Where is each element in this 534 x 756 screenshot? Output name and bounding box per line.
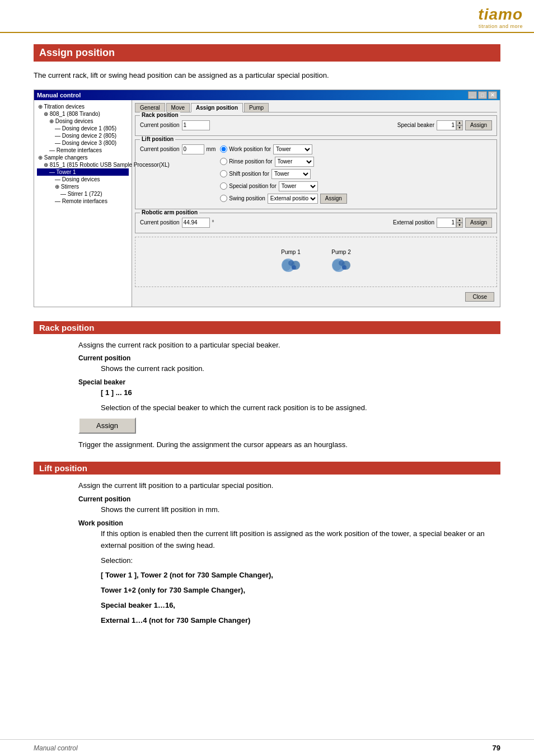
assign-desc: Trigger the assignment. During the assig… bbox=[78, 439, 500, 451]
lift-left: Current position mm bbox=[140, 144, 216, 206]
page-title: Assign position bbox=[34, 44, 500, 62]
robotic-arm-row: Current position ° External position ▲ ▼ bbox=[140, 218, 492, 228]
special-position-select[interactable]: Tower bbox=[279, 181, 318, 191]
rack-position-label: Rack position bbox=[140, 112, 180, 118]
shift-position-radio-label[interactable]: Shift position for bbox=[220, 170, 269, 177]
lift-unit: mm bbox=[207, 146, 216, 152]
work-position-radio-label[interactable]: Work position for bbox=[220, 145, 271, 153]
rack-assign-button[interactable]: Assign bbox=[465, 120, 492, 130]
lift-section-desc: Assign the current lift position to a pa… bbox=[78, 480, 500, 492]
robotic-current-label: Current position bbox=[140, 219, 180, 226]
work-position-select[interactable]: Tower bbox=[273, 144, 312, 154]
lift-position-doc: Lift position Assign the current lift po… bbox=[34, 462, 500, 626]
work-position-text: Work position for bbox=[229, 146, 271, 152]
robotic-spin-down[interactable]: ▼ bbox=[456, 223, 463, 228]
special-position-radio-label[interactable]: Special position for bbox=[220, 182, 277, 190]
tree-815[interactable]: ⊕ 815_1 (815 Robotic USB Sample Processo… bbox=[37, 161, 129, 168]
shift-position-radio[interactable] bbox=[220, 170, 227, 177]
robotic-current-input[interactable] bbox=[182, 218, 210, 228]
tree-dosing-2[interactable]: — Dosing device 2 (805) bbox=[37, 132, 129, 139]
rack-special-term: Special beaker bbox=[78, 378, 500, 386]
window-controls[interactable]: _ □ ✕ bbox=[468, 91, 497, 99]
rinse-position-text: Rinse position for bbox=[229, 158, 272, 165]
lift-work-def: If this option is enabled then the curre… bbox=[101, 528, 500, 552]
rinse-position-radio[interactable] bbox=[220, 158, 227, 165]
swing-position-radio[interactable] bbox=[220, 195, 227, 202]
tree-remote-1[interactable]: — Remote interfaces bbox=[37, 147, 129, 154]
tree-titration-devices[interactable]: ⊕ Titration devices bbox=[37, 103, 129, 110]
special-position-radio[interactable] bbox=[220, 182, 227, 190]
robotic-external-input[interactable] bbox=[437, 218, 456, 228]
tree-808[interactable]: ⊕ 808_1 (808 Tirando) bbox=[37, 110, 129, 118]
rinse-position-radio-label[interactable]: Rinse position for bbox=[220, 158, 272, 165]
tree-dosing-3[interactable]: — Dosing device 3 (800) bbox=[37, 139, 129, 147]
lift-selection-2: Tower 1+2 (only for 730 Sample Changer), bbox=[101, 585, 500, 597]
pump2: Pump 2 bbox=[330, 249, 353, 275]
lift-selection-label: Selection: bbox=[101, 555, 500, 567]
shift-position-select[interactable]: Tower bbox=[271, 169, 311, 179]
tree-dosing-1[interactable]: — Dosing device 1 (805) bbox=[37, 125, 129, 132]
rack-position-row: Current position Special beaker ▲ ▼ Assi… bbox=[140, 120, 492, 130]
rack-special-def: Selection of the special beaker to which… bbox=[101, 402, 500, 414]
robotic-assign-button[interactable]: Assign bbox=[465, 218, 492, 228]
lift-right: Work position for Tower Rinse position f… bbox=[220, 144, 492, 206]
special-beaker-input[interactable] bbox=[437, 120, 456, 130]
tree-remote-2[interactable]: — Remote interfaces bbox=[37, 198, 129, 205]
svg-point-8 bbox=[339, 260, 344, 266]
spin-down[interactable]: ▼ bbox=[456, 125, 463, 130]
tree-stirrers[interactable]: ⊕ Stirrers bbox=[37, 183, 129, 190]
tab-general[interactable]: General bbox=[135, 103, 165, 112]
lift-selection-1: [ Tower 1 ], Tower 2 (not for 730 Sample… bbox=[101, 570, 500, 581]
maximize-button[interactable]: □ bbox=[478, 91, 487, 99]
rinse-position-select[interactable]: Tower bbox=[275, 157, 314, 167]
tree-panel: ⊕ Titration devices ⊕ 808_1 (808 Tirando… bbox=[34, 100, 132, 307]
intro-text: The current rack, lift or swing head pos… bbox=[34, 70, 500, 81]
lift-swing-row: Swing position External positions Assign bbox=[220, 194, 492, 204]
assign-display-button[interactable]: Assign bbox=[78, 417, 136, 434]
pump1-label: Pump 1 bbox=[281, 249, 300, 255]
page-number: 79 bbox=[493, 744, 500, 752]
lift-assign-button[interactable]: Assign bbox=[320, 194, 347, 204]
tree-dosing-devices[interactable]: ⊕ Dosing devices bbox=[37, 118, 129, 125]
swing-position-radio-label[interactable]: Swing position bbox=[220, 195, 265, 202]
tab-assign-position[interactable]: Assign position bbox=[191, 103, 243, 112]
tab-move[interactable]: Move bbox=[166, 103, 190, 112]
robotic-spin-arrows[interactable]: ▲ ▼ bbox=[456, 218, 463, 228]
lift-work-row: Work position for Tower bbox=[220, 144, 492, 154]
lift-special-row: Special position for Tower bbox=[220, 181, 492, 191]
robotic-unit: ° bbox=[212, 219, 214, 226]
lift-current-input[interactable] bbox=[182, 144, 204, 154]
spin-up[interactable]: ▲ bbox=[456, 120, 463, 125]
assign-button-box: Assign bbox=[78, 417, 500, 434]
rack-section-title: Rack position bbox=[34, 321, 500, 334]
pump2-label: Pump 2 bbox=[331, 249, 350, 255]
swing-position-select[interactable]: External positions bbox=[268, 194, 318, 204]
close-row: Close bbox=[135, 290, 497, 304]
current-position-label: Current position bbox=[140, 122, 180, 128]
rack-section-desc: Assigns the current rack position to a p… bbox=[78, 340, 500, 351]
lift-rinse-row: Rinse position for Tower bbox=[220, 157, 492, 167]
pump-area: Pump 1 Pump 2 bbox=[135, 237, 497, 287]
tree-sample-changers[interactable]: ⊕ Sample changers bbox=[37, 154, 129, 161]
minimize-button[interactable]: _ bbox=[468, 91, 477, 99]
rack-position-group: Rack position Current position Special b… bbox=[135, 115, 497, 136]
header: tiamo titration and more bbox=[0, 0, 534, 33]
window-title: Manual control bbox=[37, 92, 81, 98]
lift-content: Current position mm Work position for bbox=[140, 144, 492, 206]
tree-stirrer1[interactable]: — Stirrer 1 (722) bbox=[37, 190, 129, 198]
close-window-button[interactable]: ✕ bbox=[488, 91, 497, 99]
tree-tower1[interactable]: — Tower 1 bbox=[37, 168, 129, 176]
work-position-radio[interactable] bbox=[220, 145, 227, 153]
current-position-input[interactable] bbox=[182, 120, 210, 130]
lift-selection-4: External 1…4 (not for 730 Sample Changer… bbox=[101, 615, 500, 627]
robotic-spin-up[interactable]: ▲ bbox=[456, 218, 463, 223]
spin-arrows[interactable]: ▲ ▼ bbox=[456, 120, 463, 130]
tree-dosing-devices-2[interactable]: — Dosing devices bbox=[37, 176, 129, 183]
lift-selection-3: Special beaker 1…16, bbox=[101, 600, 500, 612]
lift-work-term: Work position bbox=[78, 519, 500, 527]
robotic-external-spin[interactable]: ▲ ▼ bbox=[437, 218, 463, 228]
close-button[interactable]: Close bbox=[465, 292, 494, 302]
tab-pump[interactable]: Pump bbox=[244, 103, 269, 112]
special-beaker-spin[interactable]: ▲ ▼ bbox=[437, 120, 463, 130]
window-body: ⊕ Titration devices ⊕ 808_1 (808 Tirando… bbox=[34, 100, 500, 307]
